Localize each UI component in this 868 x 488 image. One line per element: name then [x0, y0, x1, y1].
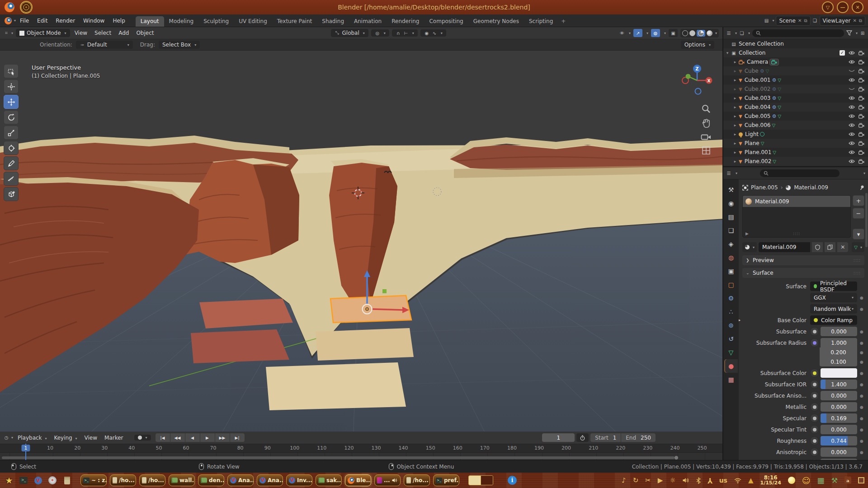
jump-end-button[interactable]: ▶| [230, 433, 245, 442]
tool-move[interactable] [4, 95, 19, 109]
properties-scrollbar[interactable] [865, 193, 868, 247]
menu-window[interactable]: Window [79, 17, 108, 25]
timeline-menu-playback[interactable]: Playback ▾ [14, 434, 50, 442]
slider-specular[interactable]: 0.169 [821, 413, 857, 423]
decorator-dot[interactable]: ● [859, 427, 864, 432]
outliner-row-cube-004[interactable]: ▸ ▼ Cube.004 ⚙▽ [723, 103, 868, 112]
tray-show-desktop[interactable] [858, 477, 864, 483]
snap-toggle[interactable]: ∩⊢▾ [392, 29, 418, 37]
decorator-dot[interactable]: ● [859, 405, 864, 409]
task-button-11-ho[interactable]: /ho... [404, 474, 430, 486]
workspace-tab-shading[interactable]: Shading [317, 16, 349, 27]
prev-keyframe-button[interactable]: ◀◀ [170, 433, 185, 442]
modifier-wrench-icon[interactable]: ⚙ [772, 104, 776, 110]
active-camera-badge[interactable] [769, 59, 779, 66]
properties-tab-constraints[interactable]: ↺ [724, 332, 738, 346]
decorator-dot[interactable]: ● [859, 329, 864, 334]
slot-grip[interactable]: :::: [793, 231, 800, 236]
task-button-5-ana[interactable]: V Ana... [227, 474, 254, 486]
camera-icon[interactable] [859, 87, 864, 92]
vector-value-2[interactable]: 0.100 [820, 357, 857, 366]
eye-open-icon[interactable] [849, 159, 855, 164]
socket-button[interactable] [810, 391, 819, 400]
decorator-dot[interactable]: ● [859, 341, 864, 345]
shading-rendered[interactable] [707, 30, 712, 36]
outliner-row-camera[interactable]: ▸ Camera [723, 57, 868, 66]
tray-volume[interactable] [683, 478, 689, 483]
eye-open-icon[interactable] [849, 114, 855, 118]
tray-tools[interactable]: ⚒ [831, 476, 838, 485]
outliner-row-scene-collection[interactable]: ▸ ▤ Scene Collection [723, 39, 868, 48]
properties-tab-tool[interactable]: ⚒ [724, 183, 738, 197]
socket-button[interactable] [810, 380, 819, 389]
tray-ball[interactable] [788, 477, 795, 484]
window-minimize-button[interactable]: — [837, 1, 849, 13]
new-collection-icon[interactable]: ⊞ [860, 30, 865, 36]
outliner-row-cube[interactable]: ▸ ▼ Cube ⚙▽ [723, 66, 868, 75]
gizmo-axis-z-neg[interactable] [695, 89, 701, 94]
workspace-tab-modeling[interactable]: Modeling [164, 16, 199, 27]
tray-bluetooth[interactable] [696, 477, 701, 484]
socket-button[interactable] [810, 414, 819, 422]
drag-setting-dropdown[interactable]: Select Box▾ [159, 41, 200, 49]
eye-open-icon[interactable] [849, 96, 855, 100]
info-icon[interactable]: i [508, 476, 517, 485]
eye-closed-icon[interactable] [849, 87, 855, 91]
disclosure-triangle[interactable]: ▸ [733, 114, 737, 118]
tray-keyboard-layout[interactable]: us [719, 477, 727, 484]
disclosure-triangle[interactable]: ▸ [733, 159, 737, 164]
outliner-search-input[interactable] [752, 29, 844, 37]
mesh-data-icon[interactable]: ▽ [778, 96, 781, 101]
socket-button[interactable] [810, 425, 819, 434]
window-titlebar[interactable]: Blender [/home/amalie/Desktop/blender/de… [0, 0, 868, 14]
camera-icon[interactable] [859, 78, 864, 83]
slider-subsurface-ior[interactable]: 1.400 [821, 380, 857, 389]
decorator-dot[interactable]: ● [859, 296, 864, 300]
tray-usb[interactable]: Y [708, 476, 712, 484]
camera-icon[interactable] [859, 159, 864, 164]
eye-open-icon[interactable] [849, 150, 855, 155]
gizmo-toggle[interactable]: ↗ [633, 29, 642, 37]
end-frame-field[interactable]: End250 [621, 433, 656, 442]
tool-transform[interactable] [4, 141, 19, 155]
orientation-dropdown[interactable]: ⤡ Global▾ [331, 29, 368, 37]
task-button-2-ho[interactable]: /ho... [139, 474, 165, 486]
timeline-ruler[interactable]: 1 10203040506070809010011012013014015016… [0, 444, 722, 453]
mode-dropdown[interactable]: Object Mode▾ [16, 29, 70, 37]
ortho-grid-icon[interactable] [701, 145, 711, 155]
socket-button[interactable] [810, 403, 819, 411]
properties-type-icon[interactable]: ☰ [726, 170, 731, 176]
camera-icon[interactable] [859, 60, 864, 65]
tray-music[interactable]: ♪ [622, 476, 626, 484]
slot-expand-arrow[interactable]: ▶ [745, 231, 749, 236]
tool-cursor[interactable] [4, 80, 19, 94]
eye-open-icon[interactable] [849, 78, 855, 82]
tool-annotate[interactable] [4, 156, 19, 170]
outliner-row-cube-005[interactable]: ▸ ▼ Cube.005 ⚙▽ [723, 112, 868, 121]
workspace-tab-texture-paint[interactable]: Texture Paint [272, 16, 317, 27]
launcher-files[interactable] [61, 475, 72, 486]
blender-menu-icon[interactable] [5, 17, 12, 24]
play-button[interactable]: ▶ [200, 433, 215, 442]
decorator-dot[interactable]: ● [859, 360, 864, 364]
menu-render[interactable]: Render [52, 17, 79, 25]
mesh-data-icon[interactable]: ▽ [778, 105, 781, 110]
properties-tab-output[interactable]: ▤ [724, 210, 738, 224]
disclosure-triangle[interactable]: ▸ [733, 141, 737, 145]
task-button-0-z[interactable]: >_ ~ : z... [80, 474, 107, 486]
disclosure-triangle[interactable]: ▾ [725, 51, 730, 55]
disclosure-triangle[interactable]: ▸ [733, 69, 737, 73]
properties-tab-object[interactable]: ▢ [724, 278, 738, 291]
workspace-tab-compositing[interactable]: Compositing [424, 16, 468, 27]
properties-tab-modifiers[interactable]: ⚙ [724, 291, 738, 305]
task-button-4-den[interactable]: den... [198, 474, 224, 486]
workspace-2[interactable] [481, 476, 493, 485]
outliner-row-collection[interactable]: ▾ ▣ Collection ✓ [723, 48, 868, 57]
display-mode-icon[interactable]: ❏ [739, 30, 745, 36]
launcher-vim[interactable]: V [33, 475, 43, 486]
viewlayer-new-icon[interactable]: ⧉ [859, 18, 862, 23]
properties-options-caret[interactable]: ▾ [863, 171, 865, 175]
collection-checkbox[interactable]: ✓ [840, 50, 845, 56]
camera-view-icon[interactable] [701, 133, 712, 141]
modifier-wrench-icon[interactable]: ⚙ [772, 86, 776, 92]
